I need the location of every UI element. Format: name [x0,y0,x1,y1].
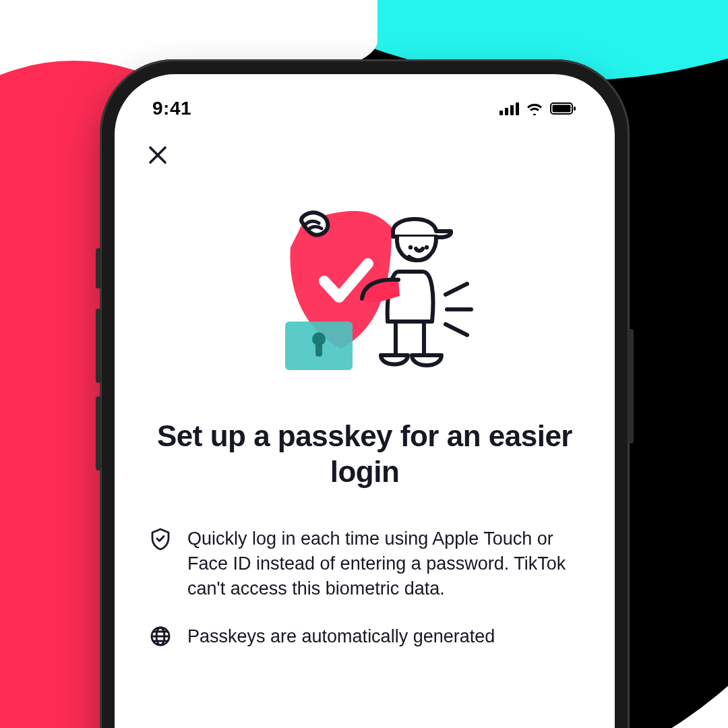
svg-line-10 [446,324,467,335]
status-time: 9:41 [152,98,191,119]
status-bar: 9:41 [115,74,615,128]
bullet-item: Quickly log in each time using Apple Tou… [148,526,580,602]
phone-power-button [628,329,634,444]
cellular-icon [499,102,519,115]
bullet-text: Quickly log in each time using Apple Tou… [187,526,580,602]
shield-check-icon [148,528,173,552]
phone-screen: 9:41 [115,74,615,728]
phone-volume-up [96,309,101,383]
svg-rect-5 [315,343,322,357]
app-content: Set up a passkey for an easier login Qui… [115,128,615,728]
phone-mockup: 9:41 [100,59,630,728]
close-button[interactable] [146,143,170,167]
svg-point-6 [408,245,413,249]
phone-volume-down [96,396,101,471]
wifi-icon [526,102,543,115]
close-icon [148,145,168,165]
globe-icon [148,626,173,650]
phone-side-button [96,248,101,289]
svg-rect-2 [574,107,576,111]
bullet-list: Quickly log in each time using Apple Tou… [146,526,584,650]
passkey-hero-illustration [146,193,584,396]
svg-line-8 [446,284,467,295]
bullet-text: Passkeys are automatically generated [187,624,580,649]
battery-icon [550,102,577,115]
bullet-item: Passkeys are automatically generated [148,624,580,650]
status-icons [499,102,577,115]
svg-point-7 [425,245,429,249]
svg-rect-1 [553,105,571,113]
page-title: Set up a passkey for an easier login [146,419,584,490]
